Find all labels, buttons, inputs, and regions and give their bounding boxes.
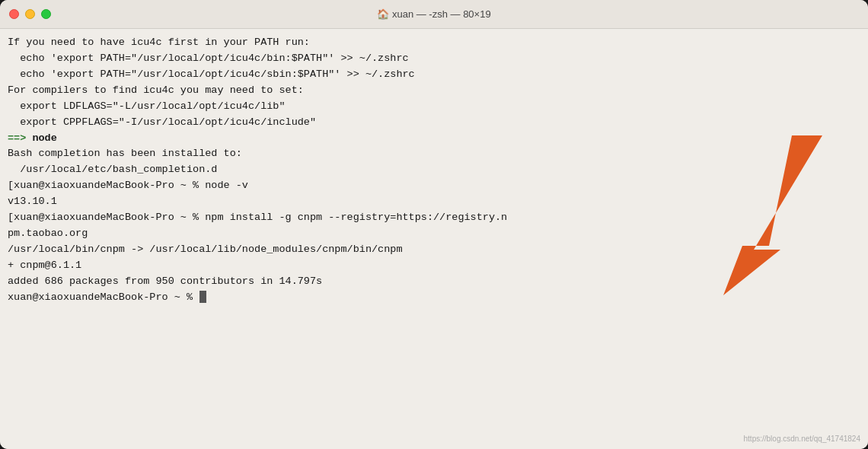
window-title: 🏠 xuan — -zsh — 80×19	[377, 8, 490, 20]
terminal-line-5: For compilers to find icu4c you may need…	[8, 83, 860, 99]
maximize-button[interactable]	[41, 9, 51, 19]
terminal-line-6: export LDFLAGS="-L/usr/local/opt/icu4c/l…	[8, 99, 860, 115]
annotation-arrow	[670, 128, 822, 295]
terminal-line-2: echo 'export PATH="/usr/local/opt/icu4c/…	[8, 51, 860, 67]
terminal-line-1: If you need to have icu4c first in your …	[8, 35, 860, 51]
traffic-lights	[9, 9, 51, 19]
minimize-button[interactable]	[25, 9, 35, 19]
terminal-body[interactable]: If you need to have icu4c first in your …	[0, 29, 868, 449]
svg-marker-0	[723, 135, 822, 295]
terminal-line-3: echo 'export PATH="/usr/local/opt/icu4c/…	[8, 67, 860, 83]
titlebar: 🏠 xuan — -zsh — 80×19	[0, 0, 868, 29]
terminal-window: 🏠 xuan — -zsh — 80×19 If you need to hav…	[0, 0, 868, 449]
watermark: https://blog.csdn.net/qq_41741824	[744, 433, 860, 445]
close-button[interactable]	[9, 9, 19, 19]
